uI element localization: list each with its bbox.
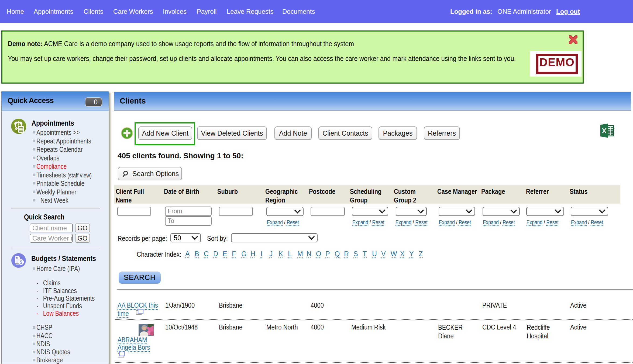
svg-text:$: $ (20, 260, 22, 265)
svg-text:X: X (602, 127, 607, 135)
